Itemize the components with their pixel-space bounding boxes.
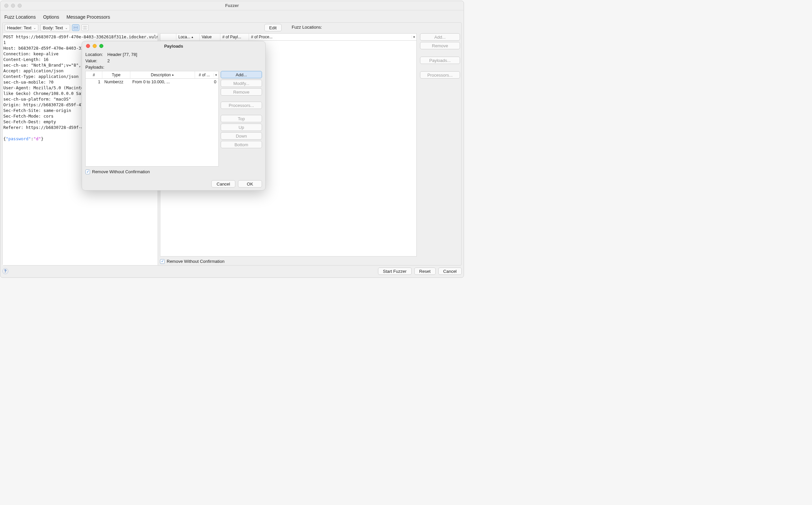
request-line: Sec-Fetch-Dest: empty bbox=[3, 119, 56, 124]
dialog-title: Payloads bbox=[82, 44, 265, 49]
tab-fuzz-locations[interactable]: Fuzz Locations bbox=[4, 13, 36, 23]
add-location-button[interactable]: Add... bbox=[420, 33, 460, 41]
location-value: Header [77, 78] bbox=[107, 52, 137, 57]
chevron-down-icon: ⌄ bbox=[65, 26, 67, 30]
start-fuzzer-button[interactable]: Start Fuzzer bbox=[378, 268, 412, 275]
help-icon[interactable]: ? bbox=[2, 268, 8, 274]
request-line: Sec-Fetch-Site: same-origin bbox=[3, 108, 71, 113]
remove-payload-button[interactable]: Remove bbox=[221, 88, 262, 96]
split-horizontal-icon[interactable] bbox=[72, 24, 79, 31]
body-view-label: Body: Text bbox=[43, 25, 63, 30]
tab-bar: Fuzz Locations Options Message Processor… bbox=[0, 10, 464, 23]
dialog-remove-confirm-checkbox[interactable]: ✓ bbox=[85, 170, 90, 174]
location-label: Location: bbox=[85, 52, 105, 57]
payload-num: 1 bbox=[86, 79, 102, 84]
bottom-bar: ? Start Fuzzer Reset Cancel bbox=[2, 266, 462, 276]
dialog-footer: Cancel OK bbox=[82, 178, 265, 190]
sort-asc-icon: ▲ bbox=[172, 73, 174, 76]
payloads-label: Payloads: bbox=[85, 64, 104, 69]
column-picker-icon[interactable]: ▾ bbox=[412, 35, 416, 39]
dialog-remove-confirm-row: ✓ Remove Without Confirmation bbox=[85, 168, 262, 176]
payload-type: Numberzz bbox=[102, 79, 130, 84]
request-line: sec-ch-ua-platform: "macOS" bbox=[3, 97, 71, 102]
down-button[interactable]: Down bbox=[221, 132, 262, 140]
remove-location-button[interactable]: Remove bbox=[420, 42, 460, 49]
tab-message-processors[interactable]: Message Processors bbox=[66, 13, 110, 23]
edit-button[interactable]: Edit bbox=[264, 24, 282, 31]
payloads-table: # Type Description▲ # of ... ▾ 1 Numberz… bbox=[85, 71, 219, 167]
value-label: Value: bbox=[85, 58, 105, 63]
dialog-body: Location: Header [77, 78] Value: 2 Paylo… bbox=[82, 51, 265, 178]
dialog-cancel-button[interactable]: Cancel bbox=[211, 180, 235, 188]
processors-button[interactable]: Processors... bbox=[420, 71, 460, 78]
dialog-ok-button[interactable]: OK bbox=[238, 180, 262, 188]
column-picker-icon[interactable]: ▾ bbox=[214, 73, 218, 76]
split-vertical-icon[interactable] bbox=[81, 24, 89, 31]
tab-options[interactable]: Options bbox=[43, 13, 59, 23]
payload-buttons: Add... Modify... Remove Processors... To… bbox=[221, 71, 262, 167]
col-processors[interactable]: # of Proce... bbox=[251, 35, 273, 39]
col-payloads[interactable]: # of Payl... bbox=[222, 35, 241, 39]
payload-desc: From 0 to 10.000, ... bbox=[130, 79, 196, 84]
payloads-button[interactable]: Payloads... bbox=[420, 57, 460, 64]
titlebar: Fuzzer bbox=[0, 1, 464, 10]
fuzz-locations-label: Fuzz Locations: bbox=[290, 25, 324, 31]
bottom-button[interactable]: Bottom bbox=[221, 141, 262, 148]
col-count[interactable]: # of ... bbox=[195, 71, 214, 78]
remove-confirm-checkbox[interactable]: ✓ bbox=[160, 259, 165, 264]
col-type[interactable]: Type bbox=[102, 71, 130, 78]
request-line: Content-Length: 16 bbox=[3, 57, 48, 62]
payloads-table-header: # Type Description▲ # of ... ▾ bbox=[86, 71, 218, 78]
reset-button[interactable]: Reset bbox=[414, 268, 436, 275]
payload-count: 0 bbox=[196, 79, 218, 84]
sort-asc-icon: ▲ bbox=[191, 36, 194, 39]
request-line: sec-ch-ua-mobile: ?0 bbox=[3, 79, 54, 85]
add-payload-button[interactable]: Add... bbox=[221, 71, 262, 78]
remove-confirm-label: Remove Without Confirmation bbox=[167, 259, 224, 264]
processors-payload-button[interactable]: Processors... bbox=[221, 102, 262, 109]
body-view-select[interactable]: Body: Text ⌄ bbox=[40, 24, 70, 31]
dialog-titlebar: Payloads bbox=[82, 41, 265, 51]
request-line: Connection: keep-alive bbox=[3, 51, 59, 56]
col-num[interactable]: # bbox=[86, 71, 102, 78]
top-button[interactable]: Top bbox=[221, 115, 262, 122]
request-line1-pre: POST https://b6830728-d59f-470e-8403-336… bbox=[3, 34, 158, 39]
payloads-grid-wrap: # Type Description▲ # of ... ▾ 1 Numberz… bbox=[85, 71, 262, 167]
request-line: Sec-Fetch-Mode: cors bbox=[3, 114, 54, 119]
payloads-dialog: Payloads Location: Header [77, 78] Value… bbox=[82, 41, 266, 190]
cancel-button[interactable]: Cancel bbox=[438, 268, 462, 275]
value-value: 2 bbox=[107, 58, 110, 63]
modify-payload-button[interactable]: Modify... bbox=[221, 79, 262, 87]
json-value: "d" bbox=[33, 136, 41, 141]
col-value[interactable]: Value bbox=[202, 35, 212, 39]
col-description[interactable]: Description▲ bbox=[130, 71, 195, 78]
remove-confirm-row: ✓ Remove Without Confirmation bbox=[160, 259, 224, 264]
fuzz-locations-table-header: Loca...▲ Value # of Payl... # of Proce..… bbox=[160, 33, 417, 41]
header-view-select[interactable]: Header: Text ⌄ bbox=[5, 24, 38, 31]
col-location[interactable]: Loca... bbox=[178, 35, 190, 39]
request-line: Content-Type: application/json bbox=[3, 74, 79, 79]
dialog-remove-confirm-label: Remove Without Confirmation bbox=[92, 169, 150, 174]
payload-row[interactable]: 1 Numberzz From 0 to 10.000, ... 0 bbox=[86, 78, 218, 85]
request-line: 1 bbox=[3, 40, 6, 45]
fuzz-location-buttons: Add... Remove Payloads... Processors... bbox=[419, 33, 461, 265]
header-view-label: Header: Text bbox=[7, 25, 31, 30]
request-line: Accept: application/json bbox=[3, 68, 64, 73]
window-title: Fuzzer bbox=[0, 3, 464, 8]
toolbar: Header: Text ⌄ Body: Text ⌄ Edit Fuzz Lo… bbox=[3, 23, 461, 33]
up-button[interactable]: Up bbox=[221, 124, 262, 131]
json-key: "password" bbox=[6, 136, 31, 141]
chevron-down-icon: ⌄ bbox=[33, 26, 36, 30]
